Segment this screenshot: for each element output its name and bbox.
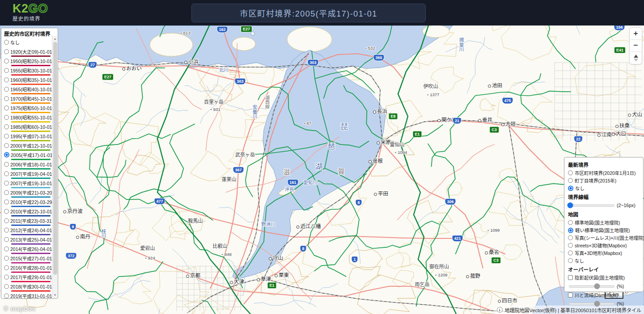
radio-icon[interactable] — [4, 265, 9, 270]
era-option[interactable]: 1985(昭和60)-10-01 — [4, 123, 51, 132]
route-shield: 27 — [88, 62, 97, 68]
radio-icon[interactable] — [4, 181, 9, 186]
scroll-thumb[interactable] — [53, 42, 57, 275]
basemap-option[interactable]: streets+3D建物(Mapbox) — [568, 242, 640, 249]
era-option[interactable]: 1995(平成07)-10-01 — [4, 132, 51, 141]
map-label: 比叡山 — [213, 242, 228, 249]
compass-button[interactable] — [630, 52, 642, 64]
era-option[interactable]: 1950(昭和25)-10-01 — [4, 57, 51, 66]
latest-boundary-option[interactable]: 市区町村境界(2020年1月1日) — [568, 169, 640, 177]
era-option-label: 2015(平成27)-01-01 — [10, 255, 52, 262]
radio-icon[interactable] — [4, 106, 9, 110]
era-option[interactable]: 2019(平成31)-01-01 — [4, 292, 51, 299]
basemap-option[interactable]: 写真(シームレス)+川(国土地理院) — [568, 234, 640, 242]
radio-icon[interactable] — [4, 40, 9, 45]
era-option[interactable]: 2016(平成28)-01-01 — [4, 264, 51, 273]
radio-icon[interactable] — [568, 235, 573, 240]
radio-icon[interactable] — [568, 170, 573, 175]
era-option[interactable]: 2009(平成21)-03-20 — [4, 189, 51, 198]
radio-icon[interactable] — [4, 284, 9, 289]
era-option[interactable]: 1955(昭和30)-10-01 — [4, 67, 51, 76]
overlay-option[interactable]: 陰影起伏図(国土地理院) — [568, 274, 640, 281]
basemap-option[interactable]: なし — [568, 257, 640, 264]
map-label: 滋 — [283, 167, 291, 176]
radio-icon[interactable] — [4, 190, 9, 195]
era-option[interactable]: 2010(平成22)-10-01 — [4, 208, 51, 216]
basemap-option[interactable]: 標準地図(国土地理院) — [568, 219, 640, 226]
radio-icon[interactable] — [568, 258, 573, 263]
era-option[interactable]: 2011(平成23)-03-31 — [4, 217, 51, 226]
line-width-thumb[interactable] — [568, 203, 573, 208]
latest-boundary-option[interactable]: なし — [568, 184, 640, 192]
era-option[interactable]: 2007(平成19)-10-01 — [4, 179, 51, 188]
logo[interactable]: K2GO 歴史的境界 — [13, 3, 48, 22]
radio-icon[interactable] — [4, 209, 9, 214]
era-scrollbar[interactable]: ▲ ▼ — [52, 36, 57, 298]
radio-icon[interactable] — [568, 228, 573, 233]
radio-icon[interactable] — [4, 246, 9, 251]
era-option[interactable]: 1975(昭和50)-10-01 — [4, 104, 51, 113]
radio-icon[interactable] — [568, 243, 573, 248]
radio-icon[interactable] — [4, 134, 9, 139]
era-option[interactable]: 2015(平成27)-01-01 — [4, 255, 51, 263]
radio-icon[interactable] — [4, 218, 9, 223]
radio-icon[interactable] — [4, 77, 9, 82]
era-option[interactable]: 2007(平成19)-04-01 — [4, 170, 51, 179]
radio-icon[interactable] — [4, 124, 9, 129]
radio-icon[interactable] — [4, 199, 9, 204]
mapbox-watermark[interactable]: © mapbox — [4, 305, 36, 312]
radio-icon[interactable] — [4, 237, 9, 242]
era-option[interactable]: 1960(昭和35)-10-01 — [4, 76, 51, 85]
era-option[interactable]: 1970(昭和45)-10-01 — [4, 95, 51, 104]
era-option[interactable]: 2013(平成25)-04-01 — [4, 236, 51, 245]
era-option[interactable]: 2014(平成26)-04-01 — [4, 245, 51, 254]
overlay-slider-1-track[interactable] — [569, 303, 614, 305]
overlay-slider-0-track[interactable] — [569, 285, 614, 288]
scroll-up-icon[interactable]: ▲ — [52, 36, 58, 42]
era-option[interactable]: 2006(平成18)-01-01 — [4, 161, 51, 170]
overlay-slider-0-thumb[interactable] — [594, 284, 600, 289]
latest-boundary-option[interactable]: 町丁目境界(2015年) — [568, 177, 640, 184]
radio-icon[interactable] — [4, 143, 9, 148]
radio-icon[interactable] — [4, 228, 9, 233]
checkbox-icon[interactable] — [568, 275, 573, 280]
line-width-track[interactable] — [569, 204, 614, 207]
checkbox-icon[interactable] — [568, 293, 573, 297]
radio-icon[interactable] — [568, 250, 573, 255]
radio-icon[interactable] — [4, 68, 9, 73]
radio-icon[interactable] — [568, 178, 573, 183]
info-icon[interactable]: i — [497, 307, 503, 313]
radio-icon[interactable] — [4, 49, 9, 54]
basemap-option[interactable]: 写真+3D地形(Mapbox) — [568, 249, 640, 257]
era-option[interactable]: 2017(平成29)-01-01 — [4, 273, 51, 282]
era-option[interactable]: 1980(昭和55)-10-01 — [4, 114, 51, 123]
radio-icon[interactable] — [4, 162, 9, 167]
radio-icon[interactable] — [4, 96, 9, 101]
basemap-option[interactable]: 軽い標準地図(国土地理院) — [568, 226, 640, 234]
radio-icon[interactable] — [4, 275, 9, 280]
era-option[interactable]: 2010(平成22)-03-29 — [4, 198, 51, 207]
era-option[interactable]: 2005(平成17)-01-01 — [4, 151, 51, 160]
era-option[interactable]: 2018(平成30)-01-01 — [4, 283, 51, 292]
map-canvas[interactable]: 小浜おおい京丹波南丹京都大津草津栗東守山近江八幡彦根米原長浜平田関ケ原垂井大垣池… — [0, 25, 644, 314]
era-option[interactable]: 2000(平成12)-10-01 — [4, 142, 51, 151]
overlay-slider-1-thumb[interactable] — [594, 301, 600, 307]
scroll-down-icon[interactable]: ▼ — [52, 292, 58, 298]
radio-icon[interactable] — [4, 293, 9, 298]
radio-icon[interactable] — [568, 186, 573, 191]
zoom-in-button[interactable]: + — [630, 28, 642, 40]
era-option[interactable]: 1920(大正09)-01-01 — [4, 48, 51, 57]
radio-icon[interactable] — [4, 171, 9, 176]
map-label: 桂川 — [101, 229, 107, 238]
radio-icon[interactable] — [4, 87, 9, 92]
zoom-out-button[interactable]: − — [630, 40, 642, 52]
radio-icon[interactable] — [4, 115, 9, 120]
era-option[interactable]: 1965(昭和40)-10-01 — [4, 85, 51, 94]
radio-icon[interactable] — [4, 59, 9, 64]
era-option[interactable]: 2012(平成24)-04-01 — [4, 226, 51, 235]
radio-icon[interactable] — [4, 152, 9, 157]
radio-icon[interactable] — [4, 256, 9, 261]
radio-icon[interactable] — [568, 220, 573, 225]
era-option[interactable]: なし — [4, 38, 51, 47]
overlay-option[interactable]: 川と流域(DamMaps) — [568, 291, 640, 299]
